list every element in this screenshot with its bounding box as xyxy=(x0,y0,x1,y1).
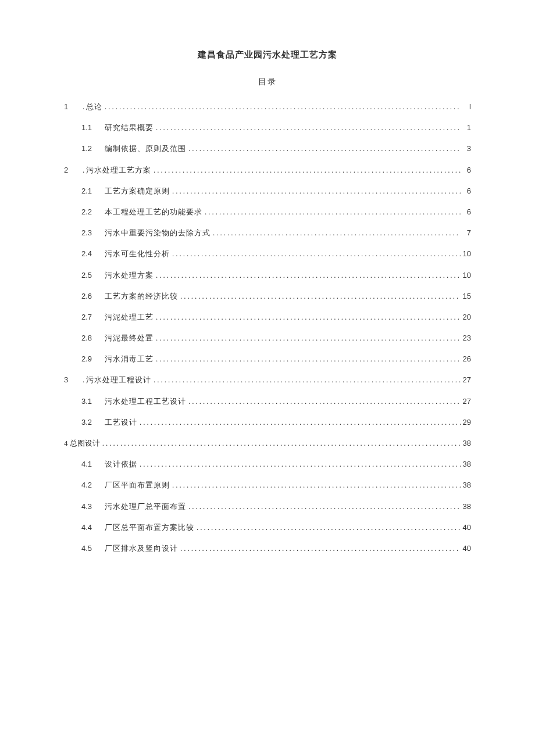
toc-leader-dots xyxy=(154,354,461,364)
toc-entry: 2.7污泥处理工艺20 xyxy=(64,312,471,323)
toc-entry: 2.2本工程处理工艺的功能要求6 xyxy=(64,207,471,217)
toc-entry: 2.污水处理工艺方案6 xyxy=(64,165,471,175)
toc-leader-dots xyxy=(186,396,461,407)
toc-entry-title: 工艺方案的经济比较 xyxy=(105,291,178,302)
toc-entry: 4 总图设计38 xyxy=(64,438,471,449)
toc-entry-title: 厂区平面布置原则 xyxy=(105,480,170,490)
toc-entry-number: 2.7 xyxy=(81,312,105,323)
toc-entry-page: 20 xyxy=(461,312,471,323)
toc-entry-page: 1 xyxy=(461,123,471,133)
toc-entry: 4.2厂区平面布置原则38 xyxy=(64,480,471,490)
toc-entry-page: l xyxy=(461,102,471,112)
toc-entry-page: 6 xyxy=(461,207,471,217)
toc-entry-title: 污泥处理工艺 xyxy=(105,312,154,323)
toc-entry: 3.污水处理工程设计27 xyxy=(64,375,471,385)
toc-entry-number: 2 xyxy=(64,165,83,175)
toc-entry: 1.1研究结果概要1 xyxy=(64,123,471,133)
toc-leader-dots xyxy=(100,438,461,449)
toc-entry-text: 4 总图设计 xyxy=(64,438,100,449)
toc-entry-title: 厂区排水及竖向设计 xyxy=(105,543,178,554)
toc-leader-dots xyxy=(202,207,461,217)
toc-entry-title: 设计依据 xyxy=(105,459,137,470)
toc-entry: 4.3污水处理厂总平面布置38 xyxy=(64,501,471,512)
toc-entry-title: 污水处理工程工艺设计 xyxy=(105,396,186,407)
toc-entry: 2.6工艺方案的经济比较15 xyxy=(64,291,471,302)
toc-leader-dots xyxy=(170,249,461,259)
toc-entry-page: 38 xyxy=(461,501,471,512)
toc-leader-dots xyxy=(186,501,461,512)
toc-entry-title: 污水处理厂总平面布置 xyxy=(105,501,186,512)
toc-entry: 2.9污水消毒工艺26 xyxy=(64,354,471,364)
document-title: 建昌食品产业园污水处理工艺方案 xyxy=(64,49,471,60)
toc-entry-title: 工艺设计 xyxy=(105,417,137,428)
toc-leader-dots xyxy=(211,228,461,238)
toc-leader-dots xyxy=(137,417,461,428)
toc-leader-dots xyxy=(194,522,461,533)
toc-entry-title: 污水中重要污染物的去除方式 xyxy=(105,228,211,238)
toc-leader-dots xyxy=(154,312,461,323)
toc-entry-number: 2.4 xyxy=(81,249,105,259)
toc-leader-dots xyxy=(170,186,461,196)
toc-entry-page: 7 xyxy=(461,228,471,238)
toc-entry-page: 23 xyxy=(461,333,471,343)
table-of-contents: 1.总论l1.1研究结果概要11.2编制依据、原则及范围32.污水处理工艺方案6… xyxy=(64,102,471,554)
toc-entry-title: 污水处理工程设计 xyxy=(86,375,151,385)
toc-entry: 4.1设计依据38 xyxy=(64,459,471,470)
toc-entry-number: 2.3 xyxy=(81,228,105,238)
toc-entry: 2.3污水中重要污染物的去除方式7 xyxy=(64,228,471,238)
toc-entry-page: 6 xyxy=(461,165,471,175)
toc-entry-title: 工艺方案确定原则 xyxy=(105,186,170,196)
toc-entry-page: 15 xyxy=(461,291,471,302)
toc-entry-number: 4.5 xyxy=(81,543,105,554)
toc-leader-dots xyxy=(178,291,461,302)
toc-leader-dots xyxy=(137,459,461,470)
toc-entry: 4.5厂区排水及竖向设计40 xyxy=(64,543,471,554)
toc-leader-dots xyxy=(178,543,461,554)
toc-leader-dots xyxy=(151,375,461,385)
toc-entry-page: 27 xyxy=(461,396,471,407)
toc-entry-title: 污水处理工艺方案 xyxy=(86,165,151,175)
toc-entry-number: 2.1 xyxy=(81,186,105,196)
toc-entry: 2.4污水可生化性分析10 xyxy=(64,249,471,259)
toc-entry-number: 3 xyxy=(64,375,83,385)
toc-entry-page: 40 xyxy=(461,522,471,533)
toc-entry: 3.2工艺设计29 xyxy=(64,417,471,428)
toc-leader-dots xyxy=(154,123,461,133)
toc-entry-number: 2.9 xyxy=(81,354,105,364)
toc-leader-dots xyxy=(186,144,461,154)
toc-entry-number: 2.8 xyxy=(81,333,105,343)
toc-entry-page: 38 xyxy=(461,438,471,449)
toc-entry-number: 4.2 xyxy=(81,480,105,490)
toc-entry-number: 1.1 xyxy=(81,123,105,133)
toc-entry-title: 本工程处理工艺的功能要求 xyxy=(105,207,202,217)
toc-leader-dots xyxy=(151,165,461,175)
toc-entry: 2.1工艺方案确定原则6 xyxy=(64,186,471,196)
toc-entry: 1.2编制依据、原则及范围3 xyxy=(64,144,471,154)
toc-entry-page: 6 xyxy=(461,186,471,196)
toc-entry-page: 38 xyxy=(461,480,471,490)
toc-leader-dots xyxy=(170,480,461,490)
toc-entry-page: 29 xyxy=(461,417,471,428)
toc-entry-page: 40 xyxy=(461,543,471,554)
toc-leader-dots xyxy=(154,333,461,343)
toc-entry-number: 1.2 xyxy=(81,144,105,154)
toc-entry-number: 4.1 xyxy=(81,459,105,470)
toc-entry-title: 厂区总平面布置方案比较 xyxy=(105,522,194,533)
toc-entry: 1.总论l xyxy=(64,102,471,112)
toc-heading: 目录 xyxy=(64,77,471,87)
toc-entry-number: 2.6 xyxy=(81,291,105,302)
toc-entry-title: 污水可生化性分析 xyxy=(105,249,170,259)
toc-entry-title: 污水消毒工艺 xyxy=(105,354,154,364)
toc-entry-number: 3.1 xyxy=(81,396,105,407)
toc-entry: 2.5污水处理方案10 xyxy=(64,270,471,281)
toc-leader-dots xyxy=(154,270,461,281)
toc-entry-title: 编制依据、原则及范围 xyxy=(105,144,186,154)
toc-entry-number: 1 xyxy=(64,102,83,112)
toc-entry-page: 3 xyxy=(461,144,471,154)
toc-entry-page: 27 xyxy=(461,375,471,385)
toc-entry-title: 总论 xyxy=(86,102,102,112)
toc-entry: 2.8污泥最终处置23 xyxy=(64,333,471,343)
toc-entry-page: 38 xyxy=(461,459,471,470)
toc-entry: 4.4厂区总平面布置方案比较40 xyxy=(64,522,471,533)
toc-entry-title: 污水处理方案 xyxy=(105,270,154,281)
